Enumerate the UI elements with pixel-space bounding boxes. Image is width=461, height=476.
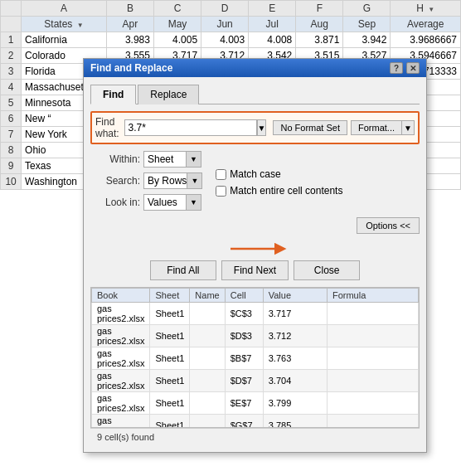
dialog-body: Find Replace Find what: ▼ No Format Set …: [84, 77, 426, 452]
arrow-container: [90, 240, 420, 257]
results-table: Book Sheet Name Cell Value Formula gas p…: [91, 288, 419, 428]
results-status: 9 cell(s) found: [90, 428, 420, 445]
results-container[interactable]: Book Sheet Name Cell Value Formula gas p…: [90, 287, 420, 428]
titlebar-buttons: ? ✕: [390, 62, 420, 74]
search-label: Search:: [90, 175, 140, 187]
sep-col-header[interactable]: Sep: [343, 17, 391, 32]
avg-col-header[interactable]: Average: [391, 17, 461, 32]
col-header-a[interactable]: A: [22, 1, 107, 17]
find-next-button[interactable]: Find Next: [221, 260, 289, 280]
results-col-book: Book: [92, 289, 150, 303]
find-what-input[interactable]: [124, 119, 257, 136]
california-cell[interactable]: California: [22, 32, 107, 48]
results-col-value: Value: [263, 289, 327, 303]
jun-col-header[interactable]: Jun: [201, 17, 249, 32]
look-in-row: Look in: Values ▼: [90, 194, 202, 211]
corner-header: [1, 1, 22, 17]
results-col-formula: Formula: [327, 289, 418, 303]
within-select[interactable]: Sheet ▼: [143, 151, 201, 168]
close-button[interactable]: Close: [294, 260, 360, 280]
select-options: Within: Sheet ▼ Search: By Rows ▼ Look i…: [90, 151, 202, 211]
action-buttons: Find All Find Next Close: [90, 260, 420, 280]
close-title-button[interactable]: ✕: [406, 62, 420, 74]
result-row[interactable]: gas prices2.xlsxSheet1$E$73.799: [92, 392, 419, 415]
dialog-title: Find and Replace: [90, 62, 172, 74]
tab-bar: Find Replace: [90, 84, 420, 104]
options-section: Within: Sheet ▼ Search: By Rows ▼ Look i…: [90, 151, 420, 211]
may-col-header[interactable]: May: [153, 17, 201, 32]
within-label: Within:: [90, 153, 140, 165]
results-col-cell: Cell: [225, 289, 263, 303]
row-num-header: [1, 17, 22, 32]
tab-find[interactable]: Find: [90, 85, 136, 104]
col-header-c[interactable]: C: [153, 1, 201, 17]
format-button-group: Format... ▼: [351, 120, 415, 135]
help-button[interactable]: ?: [390, 62, 403, 74]
col-header-b[interactable]: B: [106, 1, 153, 17]
col-header-f[interactable]: F: [296, 1, 343, 17]
find-what-row: Find what: ▼ No Format Set Format... ▼: [90, 111, 420, 144]
tab-replace[interactable]: Replace: [138, 85, 199, 104]
apr-col-header[interactable]: Apr: [106, 17, 153, 32]
find-what-label: Find what:: [95, 116, 124, 139]
find-all-arrow: [222, 240, 289, 257]
format-dropdown-button[interactable]: ▼: [401, 120, 415, 135]
search-row: Search: By Rows ▼: [90, 172, 202, 189]
match-case-item: Match case: [216, 168, 342, 180]
match-entire-checkbox[interactable]: [216, 186, 226, 197]
options-button[interactable]: Options <<: [357, 217, 420, 234]
table-row: 1 California 3.983 4.005 4.003 4.008 3.8…: [1, 32, 461, 48]
match-entire-label: Match entire cell contents: [230, 185, 342, 197]
result-row[interactable]: gas prices2.xlsxSheet1$C$33.717: [92, 303, 419, 325]
states-col-header[interactable]: States ▼: [22, 17, 107, 32]
format-button[interactable]: Format...: [351, 120, 401, 135]
match-case-checkbox[interactable]: [216, 169, 226, 180]
match-entire-item: Match entire cell contents: [216, 185, 342, 197]
col-header-g[interactable]: G: [343, 1, 391, 17]
find-dropdown-arrow[interactable]: ▼: [257, 119, 267, 136]
col-header-e[interactable]: E: [249, 1, 296, 17]
result-row[interactable]: gas prices2.xlsxSheet1$D$33.712: [92, 325, 419, 347]
result-row[interactable]: gas prices2.xlsxSheet1$D$73.704: [92, 370, 419, 392]
options-btn-row: Options <<: [90, 217, 420, 234]
col-header-h[interactable]: H ▼: [391, 1, 461, 17]
result-row[interactable]: gas prices2.xlsxSheet1$B$73.763: [92, 347, 419, 370]
results-col-name: Name: [190, 289, 225, 303]
aug-col-header[interactable]: Aug: [296, 17, 343, 32]
no-format-set-button[interactable]: No Format Set: [273, 120, 347, 135]
result-row[interactable]: gas prices2.xlsxSheet1$G$73.785: [92, 415, 419, 429]
within-row: Within: Sheet ▼: [90, 151, 202, 168]
find-replace-dialog: Find and Replace ? ✕ Find Replace Find w…: [83, 58, 427, 453]
find-all-button[interactable]: Find All: [150, 260, 216, 280]
match-case-label: Match case: [230, 168, 280, 180]
look-in-select[interactable]: Values ▼: [143, 194, 201, 211]
col-header-d[interactable]: D: [201, 1, 249, 17]
look-in-label: Look in:: [90, 197, 140, 208]
jul-col-header[interactable]: Jul: [249, 17, 296, 32]
dialog-titlebar: Find and Replace ? ✕: [84, 59, 426, 77]
search-select[interactable]: By Rows ▼: [143, 172, 202, 189]
checkbox-options: Match case Match entire cell contents: [216, 151, 342, 211]
results-col-sheet: Sheet: [150, 289, 190, 303]
